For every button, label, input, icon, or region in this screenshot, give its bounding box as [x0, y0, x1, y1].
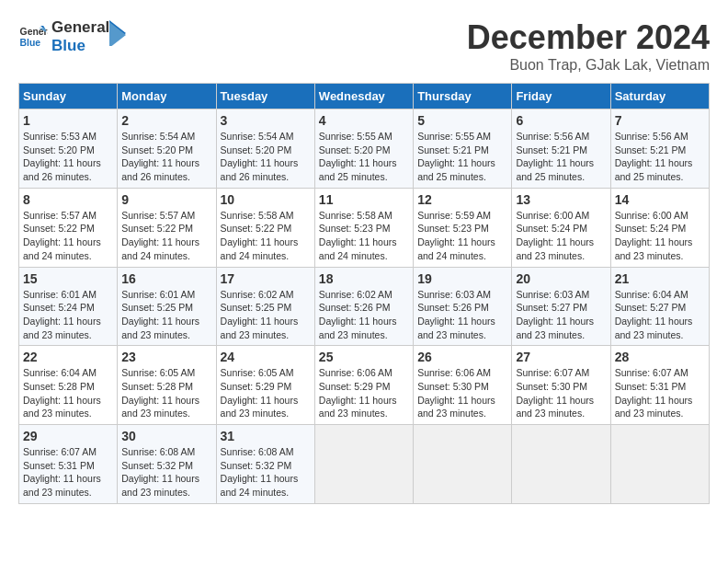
calendar-cell: 15Sunrise: 6:01 AM Sunset: 5:24 PM Dayli… [19, 267, 118, 346]
day-info: Sunrise: 5:59 AM Sunset: 5:23 PM Dayligh… [417, 209, 507, 263]
day-number: 18 [319, 271, 409, 286]
day-info: Sunrise: 5:54 AM Sunset: 5:20 PM Dayligh… [221, 130, 311, 184]
calendar-cell: 10Sunrise: 5:58 AM Sunset: 5:22 PM Dayli… [216, 188, 314, 267]
day-header-friday: Friday [512, 84, 610, 109]
day-number: 11 [319, 192, 409, 207]
day-number: 30 [121, 429, 211, 443]
header-row: SundayMondayTuesdayWednesdayThursdayFrid… [19, 84, 710, 109]
day-info: Sunrise: 5:56 AM Sunset: 5:21 PM Dayligh… [615, 130, 705, 184]
calendar-cell: 12Sunrise: 5:59 AM Sunset: 5:23 PM Dayli… [414, 188, 512, 267]
logo-general: General [51, 18, 109, 37]
calendar-cell: 30Sunrise: 6:08 AM Sunset: 5:32 PM Dayli… [118, 425, 216, 504]
day-number: 31 [221, 429, 311, 443]
calendar-cell: 13Sunrise: 6:00 AM Sunset: 5:24 PM Dayli… [512, 188, 610, 267]
day-info: Sunrise: 5:57 AM Sunset: 5:22 PM Dayligh… [121, 209, 211, 263]
calendar-cell: 28Sunrise: 6:07 AM Sunset: 5:31 PM Dayli… [610, 346, 709, 425]
day-number: 1 [23, 113, 113, 128]
calendar-cell: 19Sunrise: 6:03 AM Sunset: 5:26 PM Dayli… [414, 267, 512, 346]
calendar-cell: 27Sunrise: 6:07 AM Sunset: 5:30 PM Dayli… [512, 346, 610, 425]
day-header-sunday: Sunday [19, 84, 118, 109]
calendar-cell: 31Sunrise: 6:08 AM Sunset: 5:32 PM Dayli… [216, 425, 314, 504]
calendar-cell: 1Sunrise: 5:53 AM Sunset: 5:20 PM Daylig… [19, 109, 118, 189]
calendar-cell: 25Sunrise: 6:06 AM Sunset: 5:29 PM Dayli… [314, 346, 413, 425]
day-info: Sunrise: 5:54 AM Sunset: 5:20 PM Dayligh… [121, 130, 211, 184]
day-number: 23 [121, 350, 211, 364]
day-number: 3 [221, 113, 311, 128]
day-info: Sunrise: 5:57 AM Sunset: 5:22 PM Dayligh… [23, 209, 113, 263]
calendar-cell: 23Sunrise: 6:05 AM Sunset: 5:28 PM Dayli… [118, 346, 216, 425]
calendar-cell: 26Sunrise: 6:06 AM Sunset: 5:30 PM Dayli… [414, 346, 512, 425]
day-number: 8 [23, 192, 113, 207]
calendar-cell: 16Sunrise: 6:01 AM Sunset: 5:25 PM Dayli… [118, 267, 216, 346]
calendar-cell [610, 425, 709, 504]
logo-blue: Blue [51, 37, 109, 55]
calendar-cell: 22Sunrise: 6:04 AM Sunset: 5:28 PM Dayli… [19, 346, 118, 425]
day-number: 24 [221, 350, 311, 364]
day-number: 19 [417, 271, 507, 286]
page-header: General Blue General Blue December 2024 … [18, 18, 710, 74]
day-number: 7 [615, 113, 705, 128]
day-info: Sunrise: 5:58 AM Sunset: 5:23 PM Dayligh… [319, 209, 409, 263]
calendar-cell [512, 425, 610, 504]
calendar-cell: 14Sunrise: 6:00 AM Sunset: 5:24 PM Dayli… [610, 188, 709, 267]
day-info: Sunrise: 6:02 AM Sunset: 5:26 PM Dayligh… [319, 288, 409, 342]
day-info: Sunrise: 6:06 AM Sunset: 5:29 PM Dayligh… [319, 366, 409, 420]
day-header-tuesday: Tuesday [216, 84, 314, 109]
day-info: Sunrise: 6:01 AM Sunset: 5:25 PM Dayligh… [121, 288, 211, 342]
day-info: Sunrise: 6:03 AM Sunset: 5:27 PM Dayligh… [516, 288, 606, 342]
day-info: Sunrise: 6:00 AM Sunset: 5:24 PM Dayligh… [516, 209, 606, 263]
logo: General Blue General Blue [18, 18, 126, 54]
day-info: Sunrise: 5:53 AM Sunset: 5:20 PM Dayligh… [23, 130, 113, 184]
day-header-wednesday: Wednesday [314, 84, 413, 109]
day-header-thursday: Thursday [414, 84, 512, 109]
logo-icon: General Blue [18, 22, 48, 52]
logo-arrow-icon [109, 20, 126, 46]
day-info: Sunrise: 6:03 AM Sunset: 5:26 PM Dayligh… [417, 288, 507, 342]
day-number: 14 [615, 192, 705, 207]
week-row-3: 15Sunrise: 6:01 AM Sunset: 5:24 PM Dayli… [19, 267, 710, 346]
day-info: Sunrise: 5:55 AM Sunset: 5:20 PM Dayligh… [319, 130, 409, 184]
calendar-table: SundayMondayTuesdayWednesdayThursdayFrid… [18, 83, 710, 504]
day-number: 25 [319, 350, 409, 364]
calendar-cell: 29Sunrise: 6:07 AM Sunset: 5:31 PM Dayli… [19, 425, 118, 504]
day-info: Sunrise: 6:06 AM Sunset: 5:30 PM Dayligh… [417, 366, 507, 420]
day-info: Sunrise: 6:04 AM Sunset: 5:27 PM Dayligh… [615, 288, 705, 342]
svg-text:Blue: Blue [20, 37, 41, 47]
calendar-cell: 3Sunrise: 5:54 AM Sunset: 5:20 PM Daylig… [216, 109, 314, 189]
day-number: 2 [121, 113, 211, 128]
day-header-monday: Monday [118, 84, 216, 109]
page-subtitle: Buon Trap, GJak Lak, Vietnam [467, 57, 710, 74]
week-row-2: 8Sunrise: 5:57 AM Sunset: 5:22 PM Daylig… [19, 188, 710, 267]
day-number: 15 [23, 271, 113, 286]
day-number: 26 [417, 350, 507, 364]
week-row-1: 1Sunrise: 5:53 AM Sunset: 5:20 PM Daylig… [19, 109, 710, 189]
calendar-cell: 21Sunrise: 6:04 AM Sunset: 5:27 PM Dayli… [610, 267, 709, 346]
day-header-saturday: Saturday [610, 84, 709, 109]
day-info: Sunrise: 6:05 AM Sunset: 5:28 PM Dayligh… [121, 366, 211, 420]
calendar-cell [314, 425, 413, 504]
day-info: Sunrise: 5:55 AM Sunset: 5:21 PM Dayligh… [417, 130, 507, 184]
page-title: December 2024 [467, 18, 710, 57]
calendar-cell: 7Sunrise: 5:56 AM Sunset: 5:21 PM Daylig… [610, 109, 709, 189]
week-row-5: 29Sunrise: 6:07 AM Sunset: 5:31 PM Dayli… [19, 425, 710, 504]
day-number: 17 [221, 271, 311, 286]
day-info: Sunrise: 6:07 AM Sunset: 5:31 PM Dayligh… [615, 366, 705, 420]
day-number: 13 [516, 192, 606, 207]
day-number: 10 [221, 192, 311, 207]
day-number: 16 [121, 271, 211, 286]
day-number: 20 [516, 271, 606, 286]
day-info: Sunrise: 6:08 AM Sunset: 5:32 PM Dayligh… [121, 445, 211, 500]
day-info: Sunrise: 6:04 AM Sunset: 5:28 PM Dayligh… [23, 366, 113, 420]
day-number: 21 [615, 271, 705, 286]
day-number: 22 [23, 350, 113, 364]
day-number: 27 [516, 350, 606, 364]
calendar-cell: 17Sunrise: 6:02 AM Sunset: 5:25 PM Dayli… [216, 267, 314, 346]
calendar-cell: 8Sunrise: 5:57 AM Sunset: 5:22 PM Daylig… [19, 188, 118, 267]
calendar-cell: 9Sunrise: 5:57 AM Sunset: 5:22 PM Daylig… [118, 188, 216, 267]
day-number: 12 [417, 192, 507, 207]
calendar-cell: 6Sunrise: 5:56 AM Sunset: 5:21 PM Daylig… [512, 109, 610, 189]
day-info: Sunrise: 5:58 AM Sunset: 5:22 PM Dayligh… [221, 209, 311, 263]
calendar-cell: 5Sunrise: 5:55 AM Sunset: 5:21 PM Daylig… [414, 109, 512, 189]
day-number: 5 [417, 113, 507, 128]
week-row-4: 22Sunrise: 6:04 AM Sunset: 5:28 PM Dayli… [19, 346, 710, 425]
